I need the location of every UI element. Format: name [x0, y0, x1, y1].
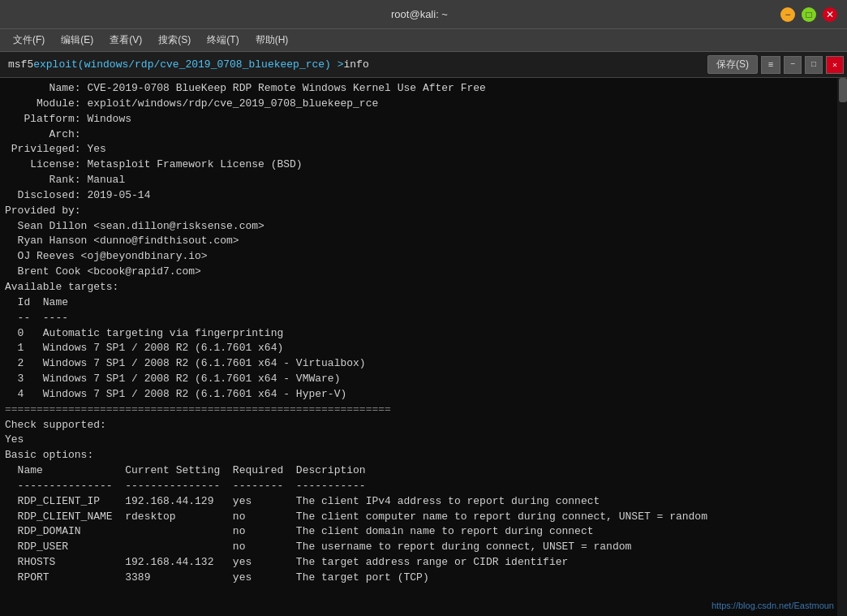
scrollbar-thumb[interactable]: [839, 78, 847, 102]
terminal-line: RDP_CLIENT_NAME rdesktop no The client c…: [5, 510, 842, 525]
hamburger-menu-icon[interactable]: ≡: [761, 56, 780, 74]
window-controls: − □ ✕: [780, 7, 837, 22]
terminal-output: Name: CVE-2019-0708 BlueKeep RDP Remote …: [0, 78, 847, 616]
title-bar: root@kali: ~ − □ ✕: [0, 0, 847, 29]
menu-file[interactable]: 文件(F): [6, 32, 51, 49]
terminal-line: Privileged: Yes: [5, 142, 842, 157]
terminal-line: 3 Windows 7 SP1 / 2008 R2 (6.1.7601 x64 …: [5, 372, 842, 387]
terminal-line: RHOSTS 192.168.44.132 yes The target add…: [5, 555, 842, 571]
menu-edit[interactable]: 编辑(E): [54, 32, 100, 49]
terminal-lines: Name: CVE-2019-0708 BlueKeep RDP Remote …: [5, 81, 842, 586]
terminal-line: ========================================…: [5, 403, 842, 418]
menu-help[interactable]: 帮助(H): [249, 32, 295, 49]
terminal-line: Disclosed: 2019-05-14: [5, 188, 842, 204]
terminal-line: RDP_CLIENT_IP 192.168.44.129 yes The cli…: [5, 494, 842, 510]
menu-bar: 文件(F) 编辑(E) 查看(V) 搜索(S) 终端(T) 帮助(H): [0, 29, 847, 52]
close-button[interactable]: ✕: [823, 7, 837, 22]
terminal-line: Basic options:: [5, 448, 842, 463]
terminal-line: License: Metasploit Framework License (B…: [5, 157, 842, 173]
prompt-exploit-path: exploit(windows/rdp/cve_2019_0708_blueke…: [33, 58, 343, 71]
menu-terminal[interactable]: 终端(T): [200, 32, 245, 49]
minimize-button[interactable]: −: [780, 7, 795, 22]
terminal-line: OJ Reeves <oj@beyondbinary.io>: [5, 249, 842, 265]
terminal-line: Name Current Setting Required Descriptio…: [5, 463, 842, 479]
terminal-line: Available targets:: [5, 280, 842, 295]
terminal-line: Name: CVE-2019-0708 BlueKeep RDP Remote …: [5, 81, 842, 97]
terminal-line: 4 Windows 7 SP1 / 2008 R2 (6.1.7601 x64 …: [5, 387, 842, 403]
terminal-line: 0 Automatic targeting via fingerprinting: [5, 326, 842, 342]
close-terminal-button[interactable]: ✕: [826, 56, 844, 74]
terminal-line: Sean Dillon <sean.dillon@risksense.com>: [5, 219, 842, 235]
terminal-line: Brent Cook <bcook@rapid7.com>: [5, 265, 842, 280]
prompt-info-cmd: info: [344, 58, 369, 71]
terminal-line: -- ----: [5, 311, 842, 326]
terminal-line: Yes: [5, 433, 842, 448]
terminal-line: Platform: Windows: [5, 112, 842, 127]
scrollbar[interactable]: [837, 78, 847, 616]
terminal-line: 1 Windows 7 SP1 / 2008 R2 (6.1.7601 x64): [5, 341, 842, 356]
save-button[interactable]: 保存(S): [707, 55, 758, 74]
terminal-line: Arch:: [5, 127, 842, 143]
prompt-msf-label: msf5: [8, 58, 33, 71]
watermark: https://blog.csdn.net/Eastmoun: [712, 600, 834, 613]
terminal-line: Id Name: [5, 295, 842, 311]
menu-view[interactable]: 查看(V): [103, 32, 148, 49]
terminal-line: --------------- --------------- --------…: [5, 479, 842, 494]
bar-right: 保存(S) ≡ − □ ✕: [707, 55, 844, 74]
terminal-line: Ryan Hanson <dunno@findthisout.com>: [5, 234, 842, 249]
menu-search[interactable]: 搜索(S): [152, 32, 197, 49]
terminal-line: Provided by:: [5, 204, 842, 219]
prompt-area: msf5 exploit(windows/rdp/cve_2019_0708_b…: [3, 58, 707, 71]
maximize-button[interactable]: □: [802, 7, 816, 22]
command-bar: msf5 exploit(windows/rdp/cve_2019_0708_b…: [0, 52, 847, 78]
terminal-line: RDP_DOMAIN no The client domain name to …: [5, 524, 842, 540]
terminal-line: RPORT 3389 yes The target port (TCP): [5, 571, 842, 586]
terminal-line: Rank: Manual: [5, 173, 842, 188]
terminal-line: 2 Windows 7 SP1 / 2008 R2 (6.1.7601 x64 …: [5, 356, 842, 372]
resize-terminal-button[interactable]: □: [805, 56, 823, 74]
minimize-terminal-button[interactable]: −: [784, 56, 802, 74]
terminal-line: RDP_USER no The username to report durin…: [5, 540, 842, 555]
terminal-line: Module: exploit/windows/rdp/cve_2019_070…: [5, 97, 842, 112]
terminal-line: Check supported:: [5, 418, 842, 433]
window-title: root@kali: ~: [58, 8, 780, 20]
